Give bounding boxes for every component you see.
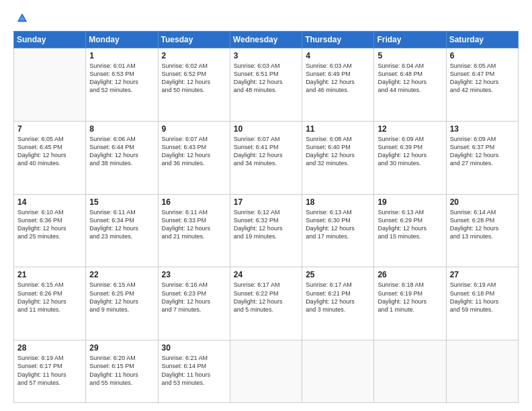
calendar-cell: 9Sunrise: 6:07 AM Sunset: 6:43 PM Daylig… bbox=[158, 121, 230, 194]
day-number: 6 bbox=[450, 51, 515, 60]
day-number: 11 bbox=[306, 124, 370, 134]
cell-info: Sunrise: 6:13 AM Sunset: 6:30 PM Dayligh… bbox=[306, 208, 370, 241]
weekday-header-row: SundayMondayTuesdayWednesdayThursdayFrid… bbox=[14, 32, 519, 48]
cell-info: Sunrise: 6:16 AM Sunset: 6:23 PM Dayligh… bbox=[162, 281, 226, 314]
cell-info: Sunrise: 6:06 AM Sunset: 6:44 PM Dayligh… bbox=[89, 135, 154, 168]
calendar-cell: 4Sunrise: 6:03 AM Sunset: 6:49 PM Daylig… bbox=[302, 48, 374, 122]
day-number: 16 bbox=[162, 197, 226, 207]
cell-info: Sunrise: 6:09 AM Sunset: 6:39 PM Dayligh… bbox=[378, 135, 442, 168]
day-number: 12 bbox=[378, 124, 442, 134]
page: SundayMondayTuesdayWednesdayThursdayFrid… bbox=[0, 0, 532, 411]
cell-info: Sunrise: 6:21 AM Sunset: 6:14 PM Dayligh… bbox=[162, 354, 226, 387]
calendar-cell: 30Sunrise: 6:21 AM Sunset: 6:14 PM Dayli… bbox=[158, 340, 230, 403]
cell-info: Sunrise: 6:13 AM Sunset: 6:29 PM Dayligh… bbox=[378, 208, 442, 241]
calendar-cell: 24Sunrise: 6:17 AM Sunset: 6:22 PM Dayli… bbox=[230, 267, 302, 340]
cell-info: Sunrise: 6:15 AM Sunset: 6:25 PM Dayligh… bbox=[89, 281, 154, 314]
cell-info: Sunrise: 6:05 AM Sunset: 6:45 PM Dayligh… bbox=[17, 135, 82, 168]
calendar-cell: 13Sunrise: 6:09 AM Sunset: 6:37 PM Dayli… bbox=[446, 121, 518, 194]
day-number: 1 bbox=[89, 51, 154, 60]
week-row-5: 28Sunrise: 6:19 AM Sunset: 6:17 PM Dayli… bbox=[14, 340, 519, 403]
day-number: 8 bbox=[89, 124, 154, 134]
calendar-cell: 7Sunrise: 6:05 AM Sunset: 6:45 PM Daylig… bbox=[14, 121, 86, 194]
logo-icon bbox=[16, 12, 28, 24]
calendar-cell: 23Sunrise: 6:16 AM Sunset: 6:23 PM Dayli… bbox=[158, 267, 230, 340]
cell-info: Sunrise: 6:14 AM Sunset: 6:28 PM Dayligh… bbox=[450, 208, 515, 241]
day-number: 19 bbox=[378, 197, 442, 207]
cell-info: Sunrise: 6:12 AM Sunset: 6:32 PM Dayligh… bbox=[234, 208, 298, 241]
day-number: 29 bbox=[89, 343, 154, 353]
cell-info: Sunrise: 6:11 AM Sunset: 6:33 PM Dayligh… bbox=[162, 208, 226, 241]
week-row-4: 21Sunrise: 6:15 AM Sunset: 6:26 PM Dayli… bbox=[14, 267, 519, 340]
cell-info: Sunrise: 6:10 AM Sunset: 6:36 PM Dayligh… bbox=[17, 208, 82, 241]
calendar-cell: 17Sunrise: 6:12 AM Sunset: 6:32 PM Dayli… bbox=[230, 194, 302, 267]
calendar-cell: 16Sunrise: 6:11 AM Sunset: 6:33 PM Dayli… bbox=[158, 194, 230, 267]
calendar-cell: 29Sunrise: 6:20 AM Sunset: 6:15 PM Dayli… bbox=[86, 340, 158, 403]
day-number: 17 bbox=[234, 197, 298, 207]
calendar-cell: 25Sunrise: 6:17 AM Sunset: 6:21 PM Dayli… bbox=[302, 267, 374, 340]
cell-info: Sunrise: 6:17 AM Sunset: 6:21 PM Dayligh… bbox=[306, 281, 370, 314]
calendar-cell: 14Sunrise: 6:10 AM Sunset: 6:36 PM Dayli… bbox=[14, 194, 86, 267]
calendar-cell: 28Sunrise: 6:19 AM Sunset: 6:17 PM Dayli… bbox=[14, 340, 86, 403]
cell-info: Sunrise: 6:04 AM Sunset: 6:48 PM Dayligh… bbox=[378, 62, 442, 95]
cell-info: Sunrise: 6:20 AM Sunset: 6:15 PM Dayligh… bbox=[89, 354, 154, 387]
weekday-header-friday: Friday bbox=[374, 32, 446, 48]
day-number: 5 bbox=[378, 51, 442, 60]
calendar-cell bbox=[446, 340, 518, 403]
weekday-header-wednesday: Wednesday bbox=[230, 32, 302, 48]
header bbox=[13, 12, 519, 24]
calendar-cell: 3Sunrise: 6:03 AM Sunset: 6:51 PM Daylig… bbox=[230, 48, 302, 122]
cell-info: Sunrise: 6:07 AM Sunset: 6:43 PM Dayligh… bbox=[162, 135, 226, 168]
calendar-cell: 8Sunrise: 6:06 AM Sunset: 6:44 PM Daylig… bbox=[86, 121, 158, 194]
week-row-2: 7Sunrise: 6:05 AM Sunset: 6:45 PM Daylig… bbox=[14, 121, 519, 194]
calendar-cell bbox=[230, 340, 302, 403]
cell-info: Sunrise: 6:03 AM Sunset: 6:49 PM Dayligh… bbox=[306, 62, 370, 95]
cell-info: Sunrise: 6:03 AM Sunset: 6:51 PM Dayligh… bbox=[234, 62, 298, 95]
calendar-cell: 20Sunrise: 6:14 AM Sunset: 6:28 PM Dayli… bbox=[446, 194, 518, 267]
day-number: 21 bbox=[17, 270, 82, 279]
weekday-header-monday: Monday bbox=[86, 32, 158, 48]
calendar-cell bbox=[14, 48, 86, 122]
cell-info: Sunrise: 6:05 AM Sunset: 6:47 PM Dayligh… bbox=[450, 62, 515, 95]
cell-info: Sunrise: 6:11 AM Sunset: 6:34 PM Dayligh… bbox=[89, 208, 154, 241]
calendar-cell: 19Sunrise: 6:13 AM Sunset: 6:29 PM Dayli… bbox=[374, 194, 446, 267]
calendar-cell: 26Sunrise: 6:18 AM Sunset: 6:19 PM Dayli… bbox=[374, 267, 446, 340]
cell-info: Sunrise: 6:19 AM Sunset: 6:18 PM Dayligh… bbox=[450, 281, 515, 314]
cell-info: Sunrise: 6:15 AM Sunset: 6:26 PM Dayligh… bbox=[17, 281, 82, 314]
weekday-header-saturday: Saturday bbox=[446, 32, 518, 48]
calendar-cell: 27Sunrise: 6:19 AM Sunset: 6:18 PM Dayli… bbox=[446, 267, 518, 340]
calendar-cell: 1Sunrise: 6:01 AM Sunset: 6:53 PM Daylig… bbox=[86, 48, 158, 122]
day-number: 13 bbox=[450, 124, 515, 134]
day-number: 10 bbox=[234, 124, 298, 134]
week-row-3: 14Sunrise: 6:10 AM Sunset: 6:36 PM Dayli… bbox=[14, 194, 519, 267]
cell-info: Sunrise: 6:18 AM Sunset: 6:19 PM Dayligh… bbox=[378, 281, 442, 314]
calendar: SundayMondayTuesdayWednesdayThursdayFrid… bbox=[13, 31, 519, 403]
day-number: 25 bbox=[306, 270, 370, 279]
calendar-cell: 22Sunrise: 6:15 AM Sunset: 6:25 PM Dayli… bbox=[86, 267, 158, 340]
weekday-header-thursday: Thursday bbox=[302, 32, 374, 48]
calendar-cell: 2Sunrise: 6:02 AM Sunset: 6:52 PM Daylig… bbox=[158, 48, 230, 122]
calendar-cell: 18Sunrise: 6:13 AM Sunset: 6:30 PM Dayli… bbox=[302, 194, 374, 267]
day-number: 24 bbox=[234, 270, 298, 279]
day-number: 30 bbox=[162, 343, 226, 353]
calendar-cell bbox=[374, 340, 446, 403]
day-number: 4 bbox=[306, 51, 370, 60]
calendar-cell: 15Sunrise: 6:11 AM Sunset: 6:34 PM Dayli… bbox=[86, 194, 158, 267]
day-number: 28 bbox=[17, 343, 82, 353]
cell-info: Sunrise: 6:17 AM Sunset: 6:22 PM Dayligh… bbox=[234, 281, 298, 314]
day-number: 26 bbox=[378, 270, 442, 279]
logo bbox=[13, 12, 28, 24]
day-number: 2 bbox=[162, 51, 226, 60]
calendar-cell: 21Sunrise: 6:15 AM Sunset: 6:26 PM Dayli… bbox=[14, 267, 86, 340]
day-number: 14 bbox=[17, 197, 82, 207]
weekday-header-tuesday: Tuesday bbox=[158, 32, 230, 48]
cell-info: Sunrise: 6:01 AM Sunset: 6:53 PM Dayligh… bbox=[89, 62, 154, 95]
cell-info: Sunrise: 6:09 AM Sunset: 6:37 PM Dayligh… bbox=[450, 135, 515, 168]
week-row-1: 1Sunrise: 6:01 AM Sunset: 6:53 PM Daylig… bbox=[14, 48, 519, 122]
day-number: 23 bbox=[162, 270, 226, 279]
day-number: 15 bbox=[89, 197, 154, 207]
calendar-cell: 11Sunrise: 6:08 AM Sunset: 6:40 PM Dayli… bbox=[302, 121, 374, 194]
calendar-cell bbox=[302, 340, 374, 403]
day-number: 7 bbox=[17, 124, 82, 134]
day-number: 20 bbox=[450, 197, 515, 207]
calendar-cell: 12Sunrise: 6:09 AM Sunset: 6:39 PM Dayli… bbox=[374, 121, 446, 194]
